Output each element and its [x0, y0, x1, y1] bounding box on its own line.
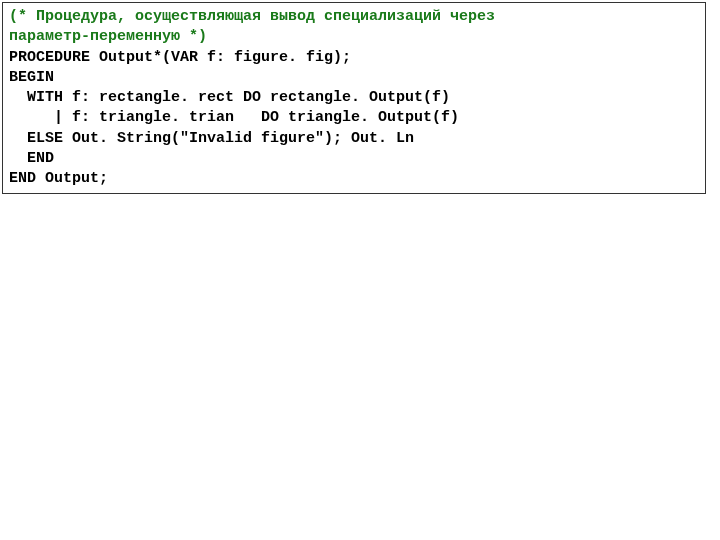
comment-line-2: параметр-переменную *) — [9, 27, 699, 47]
code-block: (* Процедура, осуществляющая вывод специ… — [2, 2, 706, 194]
code-line-3: PROCEDURE Output*(VAR f: figure. fig); — [9, 48, 699, 68]
comment-line-1: (* Процедура, осуществляющая вывод специ… — [9, 7, 699, 27]
code-line-9: END Output; — [9, 169, 699, 189]
code-line-5: WITH f: rectangle. rect DO rectangle. Ou… — [9, 88, 699, 108]
code-line-8: END — [9, 149, 699, 169]
code-line-4: BEGIN — [9, 68, 699, 88]
code-line-7: ELSE Out. String("Invalid figure"); Out.… — [9, 129, 699, 149]
code-line-6: | f: triangle. trian DO triangle. Output… — [9, 108, 699, 128]
